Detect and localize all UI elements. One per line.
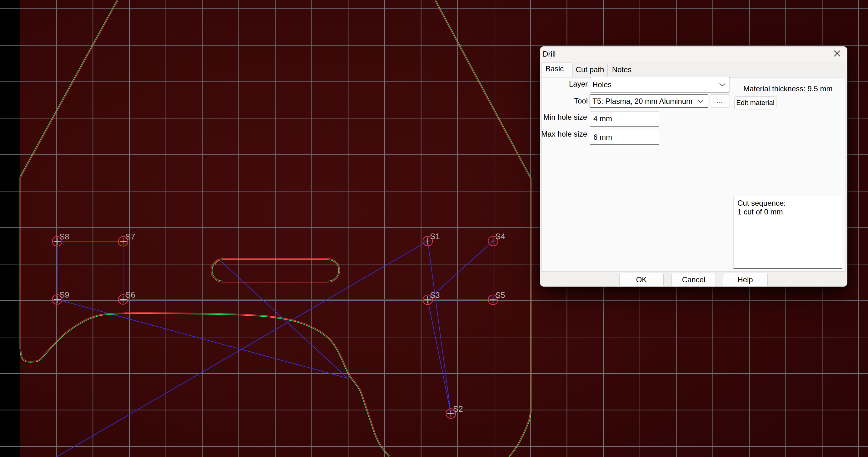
svg-text:S2: S2	[453, 404, 463, 414]
svg-text:S3: S3	[430, 291, 440, 300]
svg-text:S7: S7	[125, 232, 135, 241]
svg-text:S9: S9	[59, 290, 69, 300]
svg-text:S5: S5	[495, 291, 505, 300]
svg-text:S6: S6	[125, 290, 135, 300]
svg-text:S1: S1	[430, 232, 440, 241]
svg-text:S4: S4	[495, 232, 505, 241]
svg-text:S8: S8	[59, 232, 69, 241]
